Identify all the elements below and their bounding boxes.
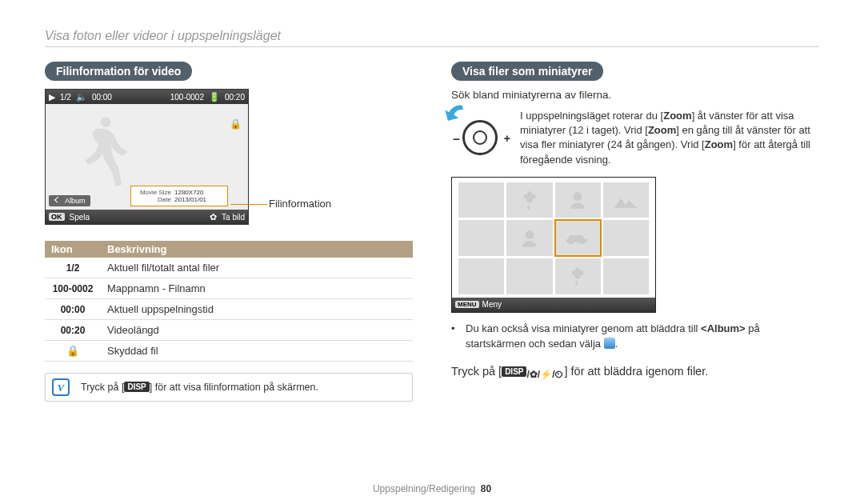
thumb-cell	[555, 182, 601, 218]
zoom-instruction-row: – + I uppspelningsläget roterar du [Zoom…	[451, 109, 819, 167]
thumb-cell	[458, 182, 504, 218]
bullet-list: Du kan också visa miniatyrer genom att b…	[451, 321, 819, 352]
landscape-icon	[614, 192, 637, 208]
camera-playback-screen: ▶ 1/2 🔈 00:00 100-0002 🔋 00:20 🔒 Movie S	[45, 89, 249, 225]
page-footer: Uppspelning/Redigering 80	[0, 483, 864, 494]
flower-icon	[519, 190, 540, 210]
video-length: 00:20	[225, 93, 245, 102]
thumb-cell	[458, 220, 504, 256]
screen-bottom-bar: OK Spela ✿ Ta bild	[46, 210, 248, 224]
callout-leader-line	[230, 204, 267, 205]
note-text-post: ] för att visa filinformation på skärmen…	[150, 382, 318, 393]
file-info-overlay: Movie Size1280X720 Date2013/01/01	[130, 186, 228, 206]
thumbnail-subtext: Sök bland miniatyrerna av filerna.	[451, 89, 819, 101]
lock-icon: 🔒	[230, 118, 242, 130]
portrait-icon	[567, 190, 588, 210]
thumb-cell	[506, 258, 552, 294]
menu-chip: MENU	[455, 301, 479, 308]
bullet-text-post: .	[615, 338, 618, 350]
thumb-cell	[603, 220, 649, 256]
thumb-bottom-bar: MENU Meny	[452, 298, 655, 312]
thumb-cell	[458, 258, 504, 294]
table-row: 1/2Aktuell fil/totalt antal filer	[45, 258, 413, 278]
note-text-pre: Tryck på [	[81, 382, 124, 393]
thumb-cell-selected	[555, 220, 601, 256]
right-column: Visa filer som miniatyrer Sök bland mini…	[451, 62, 819, 402]
plus-icon: +	[504, 132, 510, 145]
current-time: 00:00	[92, 93, 112, 102]
thumb-cell	[603, 182, 649, 218]
note-box: V Tryck på [DISP] för att visa filinform…	[45, 373, 413, 402]
section-heading-left: Filinformation för video	[45, 62, 192, 81]
thumb-cell	[506, 182, 552, 218]
table-row: 🔒Skyddad fil	[45, 341, 413, 362]
album-chip: Album	[49, 195, 90, 206]
footer-page-number: 80	[481, 483, 491, 494]
battery-icon: 🔋	[209, 92, 220, 102]
page-header: Visa foton eller videor i uppspelningslä…	[45, 29, 819, 43]
table-header-icon: Ikon	[45, 241, 101, 258]
bottom-play-label: Spela	[70, 213, 90, 222]
table-row: 00:20Videolängd	[45, 320, 413, 341]
car-icon	[566, 233, 590, 244]
lock-icon: 🔒	[45, 341, 101, 362]
zoom-dial-icon: – +	[451, 109, 509, 160]
scroll-instruction: Tryck på [DISP/✿/⚡/⏲] för att bläddra ig…	[451, 365, 819, 380]
nav-flash-icon: /⚡	[538, 369, 552, 380]
thumb-menu-label: Meny	[482, 300, 502, 309]
thumb-cell	[506, 220, 552, 256]
zoom-instruction-text: I uppspelningsläget roterar du [Zoom] åt…	[520, 109, 819, 167]
thumbnail-grid-screen: MENU Meny	[451, 177, 656, 313]
bullet-dot-icon	[451, 321, 459, 352]
section-heading-right: Visa filer som miniatyrer	[451, 62, 603, 81]
flower-icon	[567, 266, 588, 286]
portrait-icon	[519, 228, 540, 249]
table-row: 00:00Aktuell uppspelningstid	[45, 299, 413, 320]
nav-down-icon: /✿	[526, 369, 537, 380]
ok-chip: OK	[49, 213, 65, 221]
nav-timer-icon: /⏲	[552, 369, 564, 380]
footer-section: Uppspelning/Redigering	[373, 483, 475, 494]
header-separator	[45, 46, 819, 47]
rotate-arrow-icon	[443, 103, 469, 125]
disp-button-icon: DISP	[502, 366, 526, 377]
sound-icon: 🔈	[76, 92, 87, 102]
chevron-left-icon	[54, 197, 62, 205]
play-glyph: ▶	[49, 92, 55, 102]
note-icon: V	[52, 378, 70, 396]
icon-description-table: Ikon Beskrivning 1/2Aktuell fil/totalt a…	[45, 241, 413, 362]
capture-icon: ✿	[210, 212, 217, 222]
table-header-desc: Beskrivning	[101, 241, 413, 258]
table-row: 100-0002Mappnamn - Filnamn	[45, 278, 413, 299]
screen-top-bar: ▶ 1/2 🔈 00:00 100-0002 🔋 00:20	[46, 90, 248, 104]
minus-icon: –	[453, 132, 460, 146]
folder-file: 100-0002	[170, 93, 204, 102]
album-keyword: <Album>	[701, 322, 746, 334]
thumb-cell	[603, 258, 649, 294]
bullet-text-pre: Du kan också visa miniatyrer genom att b…	[466, 322, 701, 334]
album-app-icon	[604, 338, 615, 349]
left-column: Filinformation för video ▶ 1/2 🔈 00:00 1…	[45, 62, 413, 402]
bottom-capture-label: Ta bild	[222, 213, 245, 222]
callout-label: Filinformation	[269, 198, 331, 210]
file-counter: 1/2	[60, 93, 71, 102]
zoom-ring-icon	[462, 120, 498, 155]
thumb-cell	[555, 258, 601, 294]
disp-button-icon: DISP	[124, 382, 149, 392]
